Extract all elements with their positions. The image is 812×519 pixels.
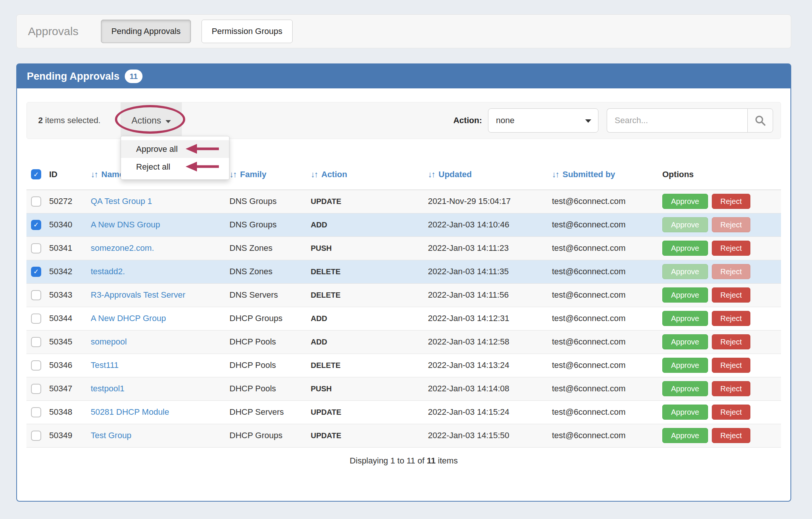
cell-family: DHCP Groups [229, 307, 311, 330]
cell-id: 50341 [49, 236, 91, 260]
approve-button[interactable]: Approve [662, 358, 708, 373]
row-checkbox[interactable] [31, 220, 41, 230]
cell-submitted-by: test@6connect.com [552, 307, 662, 330]
column-header-family[interactable]: ↓↑Family [229, 170, 267, 179]
cell-id: 50348 [49, 400, 91, 424]
item-name-link[interactable]: Test111 [91, 360, 119, 370]
row-checkbox[interactable] [31, 314, 41, 324]
reject-button[interactable]: Reject [712, 264, 751, 279]
cell-family: DNS Zones [229, 236, 311, 260]
row-checkbox[interactable] [31, 431, 41, 441]
actions-dropdown-menu: Approve allReject all [121, 136, 229, 180]
action-filter-select[interactable]: none [488, 108, 598, 133]
cell-family: DNS Groups [229, 213, 311, 236]
approve-button[interactable]: Approve [662, 241, 708, 256]
approve-button[interactable]: Approve [662, 311, 708, 326]
row-checkbox[interactable] [31, 290, 41, 300]
caret-down-icon [585, 119, 591, 123]
cell-submitted-by: test@6connect.com [552, 236, 662, 260]
selected-count: 2 [38, 116, 43, 125]
item-name-link[interactable]: somepool [91, 337, 127, 346]
cell-submitted-by: test@6connect.com [552, 377, 662, 400]
reject-button[interactable]: Reject [712, 194, 751, 209]
pagination-total: 11 [427, 456, 435, 465]
pending-approvals-panel: Pending Approvals 11 2 items selected. A… [16, 63, 791, 502]
cell-id: 50344 [49, 307, 91, 330]
column-header-updated[interactable]: ↓↑Updated [428, 170, 472, 179]
select-all-checkbox[interactable] [31, 169, 41, 179]
reject-button[interactable]: Reject [712, 405, 751, 420]
caret-down-icon [166, 120, 171, 123]
reject-button[interactable]: Reject [712, 217, 751, 232]
search-button[interactable] [747, 108, 773, 133]
cell-family: DNS Servers [229, 283, 311, 307]
row-checkbox[interactable] [31, 267, 41, 277]
item-name-link[interactable]: testpool1 [91, 384, 124, 393]
cell-id: 50342 [49, 260, 91, 283]
table-row: 50343R3-Approvals Test ServerDNS Servers… [26, 283, 781, 307]
menu-item-reject-all[interactable]: Reject all [121, 158, 229, 176]
sort-icon: ↓↑ [428, 170, 435, 179]
cell-updated: 2022-Jan-03 14:11:23 [428, 236, 552, 260]
item-name-link[interactable]: R3-Approvals Test Server [91, 290, 185, 300]
item-name-link[interactable]: Test Group [91, 431, 132, 440]
cell-id: 50346 [49, 354, 91, 377]
table-row: 50272QA Test Group 1DNS GroupsUPDATE2021… [26, 190, 781, 213]
column-header-options: Options [662, 170, 694, 179]
table-row: 50344A New DHCP GroupDHCP GroupsADD2022-… [26, 307, 781, 330]
approve-button[interactable]: Approve [662, 264, 708, 279]
reject-button[interactable]: Reject [712, 428, 751, 443]
tab-permission-groups[interactable]: Permission Groups [201, 20, 293, 43]
reject-button[interactable]: Reject [712, 381, 751, 396]
cell-updated: 2021-Nov-29 15:04:17 [428, 190, 552, 213]
item-name-link[interactable]: somezone2.com. [91, 243, 154, 253]
approve-button[interactable]: Approve [662, 287, 708, 303]
column-header-name[interactable]: ↓↑Name [91, 170, 124, 179]
actions-button-label: Actions [132, 115, 161, 126]
table-row: 50346Test111DHCP PoolsDELETE2022-Jan-03 … [26, 354, 781, 377]
pagination-suffix: items [435, 456, 458, 465]
search-icon [755, 115, 766, 126]
table-row: 50349Test GroupDHCP GroupsUPDATE2022-Jan… [26, 424, 781, 447]
row-checkbox[interactable] [31, 384, 41, 394]
item-name-link[interactable]: QA Test Group 1 [91, 196, 152, 206]
row-checkbox[interactable] [31, 360, 41, 371]
approve-button[interactable]: Approve [662, 405, 708, 420]
cell-family: DHCP Pools [229, 377, 311, 400]
row-checkbox[interactable] [31, 196, 41, 207]
column-header-submitted-by[interactable]: ↓↑Submitted by [552, 170, 615, 179]
actions-dropdown-button[interactable]: Actions [121, 102, 182, 139]
reject-button[interactable]: Reject [712, 241, 751, 256]
reject-button[interactable]: Reject [712, 334, 751, 349]
item-name-link[interactable]: A New DNS Group [91, 220, 160, 229]
item-name-link[interactable]: A New DHCP Group [91, 314, 166, 323]
item-name-link[interactable]: 50281 DHCP Module [91, 407, 169, 417]
approve-button[interactable]: Approve [662, 194, 708, 209]
item-name-link[interactable]: testadd2. [91, 267, 125, 276]
menu-item-approve-all[interactable]: Approve all [121, 140, 229, 158]
approve-button[interactable]: Approve [662, 334, 708, 349]
reject-button[interactable]: Reject [712, 287, 751, 303]
cell-action: ADD [311, 330, 428, 354]
tab-pending-approvals[interactable]: Pending Approvals [101, 20, 191, 43]
cell-updated: 2022-Jan-03 14:15:24 [428, 400, 552, 424]
approve-button[interactable]: Approve [662, 428, 708, 443]
row-checkbox[interactable] [31, 243, 41, 253]
reject-button[interactable]: Reject [712, 311, 751, 326]
cell-action: DELETE [311, 283, 428, 307]
selected-count-suffix: items selected. [45, 116, 101, 125]
cell-id: 50345 [49, 330, 91, 354]
cell-id: 50340 [49, 213, 91, 236]
approve-button[interactable]: Approve [662, 217, 708, 232]
page-title: Approvals [28, 25, 78, 38]
table-row: 50341somezone2.com.DNS ZonesPUSH2022-Jan… [26, 236, 781, 260]
row-checkbox[interactable] [31, 337, 41, 347]
search-input[interactable] [607, 108, 747, 133]
cell-id: 50343 [49, 283, 91, 307]
approve-button[interactable]: Approve [662, 381, 708, 396]
row-checkbox[interactable] [31, 407, 41, 417]
reject-button[interactable]: Reject [712, 358, 751, 373]
panel-title: Pending Approvals [27, 71, 119, 82]
pagination-summary: Displaying 1 to 11 of 11 items [26, 456, 781, 466]
column-header-action[interactable]: ↓↑Action [311, 170, 347, 179]
